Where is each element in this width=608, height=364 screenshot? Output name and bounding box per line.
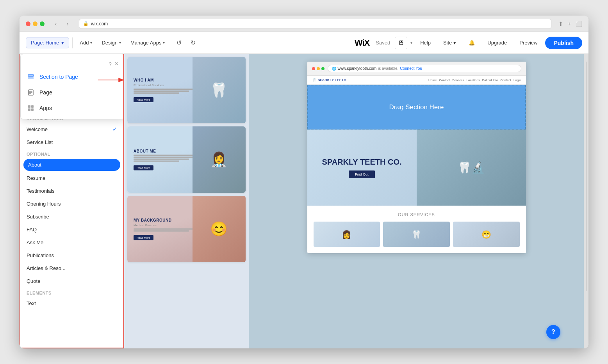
nav-link-home: Home [428,78,437,82]
publish-button[interactable]: Publish [545,37,582,49]
welcome-item[interactable]: Welcome ✓ [20,123,123,136]
text-item[interactable]: Text [20,297,123,310]
red-arrow [83,74,124,86]
canvas-lock-icon: 🌐 [332,67,336,71]
preview-btn-1: Read More [134,97,153,102]
page-selector[interactable]: Page: Home ▾ [26,37,69,48]
page-selector-label: Page: Home [31,40,59,46]
testimonials-item[interactable]: Testimonials [20,185,123,197]
resume-item[interactable]: Resume [20,172,123,185]
nav-link-patient: Patient Info [482,78,498,82]
svg-rect-7 [28,105,30,108]
preview-btn-3: Read More [134,235,153,240]
canvas-hero-button[interactable]: Find Out [349,170,375,178]
close-window-button[interactable] [26,21,30,26]
faq-label: FAQ [27,227,37,233]
preview-image-3: 😊 [193,196,246,262]
service-list-item[interactable]: Service List [20,136,123,149]
ask-me-item[interactable]: Ask Me [20,236,123,249]
new-tab-icon[interactable]: + [568,21,571,27]
right-scrollbar[interactable] [584,54,588,348]
maximize-window-button[interactable] [40,21,45,26]
preview-card-about-me[interactable]: ABOUT ME Read More 👩‍⚕️ [127,126,246,193]
browser-forward-button[interactable]: › [63,20,72,28]
canvas-nav-logo: 🦷 SPARKLY TEETH [312,78,346,82]
tooth-logo-icon: 🦷 [312,78,316,82]
articles-item[interactable]: Articles & Reso... [20,262,123,275]
browser-titlebar: ‹ › 🔒 wix.com ⬆ + ⬜ [20,16,588,32]
preview-title-1: WHO I AM [134,78,199,82]
editor-topbar: Page: Home ▾ Add ▾ Design ▾ Manage Apps … [20,32,588,54]
smile-icon: 😊 [210,221,228,237]
help-float-button[interactable]: ? [546,325,560,339]
preview-card-my-background[interactable]: MY BACKGROUND Medical Practice Read More… [127,196,246,262]
service-smile-icon: 😁 [481,230,491,239]
preview-lines-1 [134,89,199,94]
preview-lines-3 [134,229,199,232]
about-item[interactable]: About [23,159,120,171]
browser-back-button[interactable]: ‹ [52,20,60,28]
design-button[interactable]: Design ▾ [98,37,125,48]
device-preview-button[interactable]: 🖥 [395,37,407,49]
traffic-lights [26,21,45,26]
canvas-nav-links: Home Contact Services Locations Patient … [428,78,521,82]
apps-item[interactable]: Apps [21,100,124,116]
add-chevron-icon: ▾ [90,41,92,45]
page-item[interactable]: Page [21,85,124,100]
ask-me-label: Ask Me [27,240,43,245]
subscribe-label: Subscribe [27,214,49,220]
canvas-area: 🌐 www.sparklytooth.com is available. Con… [249,54,584,348]
help-button[interactable]: Help [415,37,435,48]
dental-xray-icon: 🦷 [210,82,228,98]
share-icon[interactable]: ⬆ [558,21,563,27]
preview-card-who-i-am[interactable]: WHO I AM Professional Services Read More… [127,57,246,123]
canvas-traffic-lights [312,67,325,70]
preview-image-2: 👩‍⚕️ [193,126,246,193]
svg-rect-9 [28,108,30,111]
site-chevron-icon: ▾ [453,40,456,46]
upgrade-button[interactable]: Upgrade [483,37,512,48]
preview-btn-2: Read More [134,165,153,170]
publications-item[interactable]: Publications [20,249,123,262]
canvas-services-section: Our Services 👩 🦷 😁 [307,206,526,253]
preview-content-2: ABOUT ME Read More [134,149,199,170]
manage-apps-button[interactable]: Manage Apps ▾ [127,37,169,48]
nav-link-locations: Locations [467,78,480,82]
preview-image-1: 🦷 [193,57,246,123]
preview-subtitle-3: Medical Practice [134,224,199,227]
faq-item[interactable]: FAQ [20,223,123,236]
site-button[interactable]: Site ▾ [439,37,461,48]
preview-title-3: MY BACKGROUND [134,218,199,222]
redo-button[interactable]: ↻ [187,37,198,48]
canvas-nav-logo-text: SPARKLY TEETH [318,78,346,82]
dental-tools-icon: 🦷🔬 [458,161,485,174]
dropdown-close-icon[interactable]: × [115,60,118,67]
subscribe-item[interactable]: Subscribe [20,210,123,223]
dropdown-help-icon[interactable]: ? [109,61,111,67]
testimonials-label: Testimonials [27,188,55,194]
canvas-drag-section[interactable]: Drag Section Here [307,85,526,130]
minimize-window-button[interactable] [33,21,37,26]
add-button[interactable]: Add ▾ [76,37,96,48]
opening-hours-item[interactable]: Opening Hours [20,197,123,210]
preview-content-3: MY BACKGROUND Medical Practice Read More [134,218,199,240]
site-label: Site [443,40,452,46]
service-card-1: 👩 [314,222,380,247]
preview-card-image-3: MY BACKGROUND Medical Practice Read More… [127,196,246,262]
quote-item[interactable]: Quote [20,275,123,288]
service-list-label: Service List [27,139,53,145]
preview-line [134,157,199,158]
browser-nav: ‹ › [52,20,72,28]
undo-button[interactable]: ↺ [173,37,184,48]
manage-apps-label: Manage Apps [130,40,162,46]
preview-line [134,155,199,156]
notifications-button[interactable]: 🔔 [464,37,480,48]
design-button-label: Design [102,40,117,46]
browser-addressbar[interactable]: 🔒 wix.com [79,19,551,29]
help-label: Help [420,40,431,46]
upgrade-label: Upgrade [487,40,507,46]
preview-button[interactable]: Preview [515,37,542,48]
preview-line [134,229,199,230]
windows-icon[interactable]: ⬜ [576,21,582,27]
svg-rect-10 [31,108,34,111]
